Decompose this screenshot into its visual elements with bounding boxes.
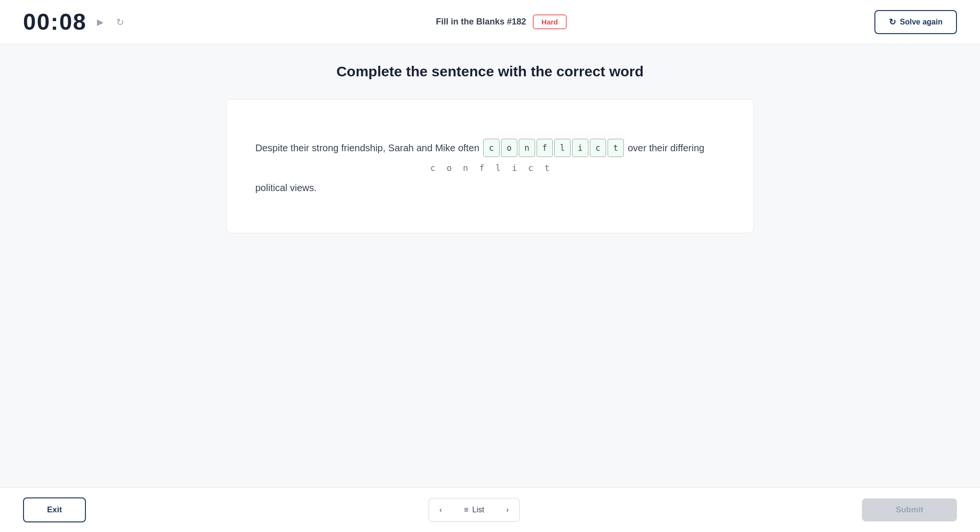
header: 00:08 ▶ ↻ Fill in the Blanks #182 Hard ↻… xyxy=(0,0,980,44)
hint-o: o xyxy=(442,163,456,173)
letter-box-t: t xyxy=(608,139,624,157)
puzzle-title: Fill in the Blanks #182 xyxy=(436,17,526,27)
answer-hint: c o n f l i c t xyxy=(255,163,725,173)
submit-button[interactable]: Submit xyxy=(862,498,957,521)
letter-box-c1: c xyxy=(483,139,500,157)
page-heading: Complete the sentence with the correct w… xyxy=(336,63,644,80)
play-icon: ▶ xyxy=(97,17,104,27)
sentence-before-text: Despite their strong friendship, Sarah a… xyxy=(255,139,479,157)
main-content: Complete the sentence with the correct w… xyxy=(0,44,980,487)
header-center: Fill in the Blanks #182 Hard xyxy=(436,14,566,29)
hint-c2: c xyxy=(524,163,538,173)
footer: Exit ‹ ≡ List › Submit xyxy=(0,487,980,532)
list-icon: ≡ xyxy=(464,506,468,514)
difficulty-badge: Hard xyxy=(533,14,566,29)
prev-button[interactable]: ‹ xyxy=(429,498,453,522)
sentence-card: Despite their strong friendship, Sarah a… xyxy=(226,99,754,233)
letter-box-n: n xyxy=(519,139,535,157)
hint-t: t xyxy=(540,163,554,173)
refresh-icon: ↻ xyxy=(116,16,124,28)
sentence-end-text: political views. xyxy=(255,182,725,193)
hint-l: l xyxy=(491,163,505,173)
timer-controls: ▶ ↻ xyxy=(93,14,128,30)
timer-section: 00:08 ▶ ↻ xyxy=(23,9,128,35)
next-icon: › xyxy=(506,506,509,514)
nav-controls: ‹ ≡ List › xyxy=(429,498,520,522)
hint-i: i xyxy=(508,163,521,173)
next-button[interactable]: › xyxy=(496,498,520,522)
refresh-button[interactable]: ↻ xyxy=(113,14,128,30)
letter-box-o: o xyxy=(501,139,517,157)
solve-again-button[interactable]: ↻ Solve again xyxy=(874,10,957,34)
exit-button[interactable]: Exit xyxy=(23,497,86,522)
hint-f: f xyxy=(475,163,489,173)
letter-box-i: i xyxy=(572,139,588,157)
letter-box-f: f xyxy=(537,139,553,157)
list-button[interactable]: ≡ List xyxy=(453,498,496,522)
sentence-after-text: over their differing xyxy=(628,139,705,157)
letter-box-l: l xyxy=(554,139,571,157)
sentence-line-1: Despite their strong friendship, Sarah a… xyxy=(255,139,725,157)
list-label: List xyxy=(472,506,484,514)
answer-boxes: c o n f l i c t xyxy=(483,139,624,157)
hint-c1: c xyxy=(426,163,440,173)
timer-display: 00:08 xyxy=(23,9,87,35)
play-button[interactable]: ▶ xyxy=(93,14,108,30)
solve-again-label: Solve again xyxy=(900,18,943,26)
solve-again-icon: ↻ xyxy=(889,17,896,27)
letter-box-c2: c xyxy=(590,139,606,157)
hint-n: n xyxy=(459,163,472,173)
prev-icon: ‹ xyxy=(439,506,442,514)
